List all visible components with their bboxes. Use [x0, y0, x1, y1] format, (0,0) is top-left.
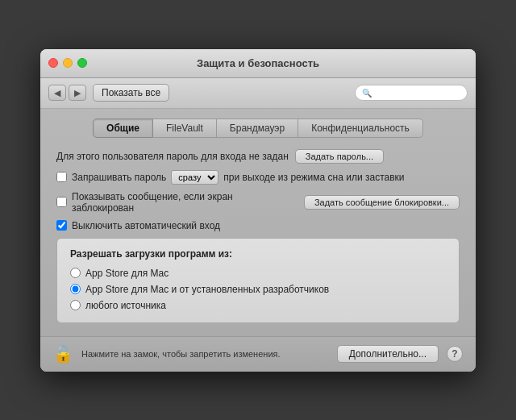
traffic-lights [48, 58, 87, 68]
close-button[interactable] [48, 58, 58, 68]
search-box[interactable]: 🔍 [355, 85, 468, 101]
downloads-box: Разрешать загрузки программ из: App Stor… [56, 238, 460, 323]
radio-appstore-devs[interactable] [70, 284, 81, 294]
ask-password-checkbox[interactable] [56, 172, 67, 182]
forward-button[interactable]: ▶ [69, 85, 86, 101]
maximize-button[interactable] [77, 58, 87, 68]
radio-appstore-row: App Store для Mac [70, 268, 446, 279]
show-all-button[interactable]: Показать все [93, 84, 169, 102]
search-input[interactable] [375, 88, 460, 98]
window-title: Защита и безопасность [197, 57, 319, 69]
advanced-button[interactable]: Дополнительно... [337, 345, 439, 363]
radio-appstore-label: App Store для Mac [85, 268, 169, 279]
minimize-button[interactable] [63, 58, 73, 68]
password-row: Для этого пользователя пароль для входа … [56, 149, 460, 164]
set-password-button[interactable]: Задать пароль... [295, 149, 384, 164]
ask-password-suffix: при выходе из режима сна или заставки [223, 172, 404, 183]
tab-firewall[interactable]: Брандмауэр [217, 119, 298, 138]
ask-password-dropdown[interactable]: сразу [171, 170, 218, 185]
tab-bar: Общие FileVault Брандмауэр Конфиденциаль… [56, 119, 460, 138]
bottom-bar: 🔓 Нажмите на замок, чтобы запретить изме… [40, 336, 476, 372]
radio-appstore[interactable] [70, 268, 81, 278]
tab-filevault[interactable]: FileVault [153, 119, 217, 138]
content-area: Общие FileVault Брандмауэр Конфиденциаль… [40, 109, 476, 336]
ask-password-row: Запрашивать пароль сразу при выходе из р… [56, 170, 460, 185]
radio-anywhere-label: любого источника [85, 300, 166, 311]
lock-status-text: Нажмите на замок, чтобы запретить измене… [81, 349, 329, 359]
main-window: Защита и безопасность ◀ ▶ Показать все 🔍… [40, 49, 476, 372]
lock-icon[interactable]: 🔓 [53, 344, 73, 364]
back-button[interactable]: ◀ [48, 85, 66, 101]
disable-auto-login-checkbox[interactable] [56, 220, 67, 231]
show-message-row: Показывать сообщение, если экран заблоки… [56, 191, 460, 214]
tab-privacy[interactable]: Конфиденциальность [298, 119, 423, 138]
disable-auto-login-row: Выключить автоматический вход [56, 220, 460, 231]
show-message-checkbox[interactable] [56, 197, 67, 207]
password-status-text: Для этого пользователя пароль для входа … [56, 151, 289, 162]
radio-appstore-devs-row: App Store для Mac и от установленных раз… [70, 284, 446, 295]
toolbar: ◀ ▶ Показать все 🔍 [40, 78, 476, 109]
radio-appstore-devs-label: App Store для Mac и от установленных раз… [85, 284, 329, 295]
help-button[interactable]: ? [447, 346, 463, 362]
radio-anywhere-row: любого источника [70, 300, 446, 311]
search-icon: 🔍 [362, 89, 372, 98]
show-message-label: Показывать сообщение, если экран заблоки… [72, 191, 298, 214]
disable-auto-login-label: Выключить автоматический вход [72, 220, 220, 231]
radio-anywhere[interactable] [70, 300, 81, 310]
titlebar: Защита и безопасность [40, 49, 476, 78]
tab-general[interactable]: Общие [93, 119, 153, 138]
downloads-box-title: Разрешать загрузки программ из: [70, 248, 446, 260]
ask-password-label: Запрашивать пароль [72, 172, 166, 183]
set-lock-message-button[interactable]: Задать сообщение блокировки... [304, 195, 460, 210]
nav-buttons: ◀ ▶ [48, 85, 86, 101]
